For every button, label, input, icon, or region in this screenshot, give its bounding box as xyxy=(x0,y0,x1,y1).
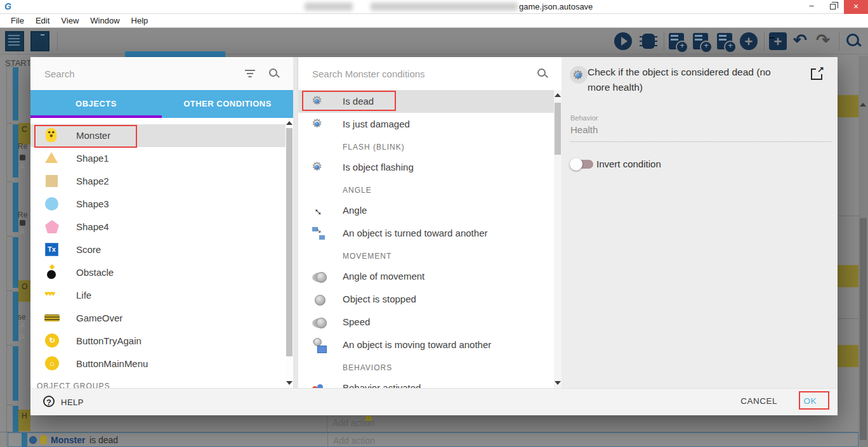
object-list-item[interactable]: Monster xyxy=(30,124,286,147)
add-subevent-icon[interactable] xyxy=(693,33,708,49)
object-label: GameOver xyxy=(76,313,122,323)
debug-icon[interactable] xyxy=(642,34,655,49)
tree-tick xyxy=(6,405,13,405)
object-list-item[interactable]: ButtonTryAgain xyxy=(30,330,286,353)
event-object-name: Monster xyxy=(51,435,85,445)
redo-icon[interactable]: ↷ xyxy=(816,30,830,50)
comment-block xyxy=(838,95,858,117)
behavior-field-value[interactable]: Health xyxy=(570,124,598,135)
condition-list-item[interactable]: Object is stopped xyxy=(298,288,554,311)
object-list-item[interactable]: GameOver xyxy=(30,307,286,330)
scrollbar-thumb[interactable] xyxy=(555,103,561,155)
menu-item[interactable]: File xyxy=(5,14,30,25)
condition-list-item[interactable]: Speed xyxy=(298,311,554,334)
add-event-icon[interactable] xyxy=(717,33,732,49)
restore-button[interactable] xyxy=(822,0,844,14)
menu-item[interactable]: View xyxy=(55,14,84,25)
toolbar-search-icon[interactable] xyxy=(845,33,862,49)
monster-icon xyxy=(46,128,56,142)
condition-label: Is object flashing xyxy=(343,162,414,172)
condition-label: ANGLE xyxy=(343,186,372,195)
condition-description: Check if the object is considered dead (… xyxy=(588,65,789,95)
tree-tick xyxy=(6,123,13,124)
tree-tick xyxy=(6,236,13,236)
condition-list-item[interactable]: An object is turned toward another xyxy=(298,222,554,245)
object-list-item[interactable]: Life xyxy=(30,284,286,307)
event-indent-bar xyxy=(13,183,18,232)
scroll-up-arrow[interactable] xyxy=(860,103,866,107)
condition-label: Speed xyxy=(343,316,370,327)
add-circle-icon[interactable] xyxy=(740,32,758,50)
object-label: Shape1 xyxy=(76,153,109,164)
object-list-item[interactable]: Obstacle xyxy=(30,261,286,284)
help-label: HELP xyxy=(61,398,84,407)
behavior-field-label: Behavior xyxy=(570,114,598,122)
condition-list-item[interactable]: Angle xyxy=(298,199,554,222)
menu-item[interactable]: Window xyxy=(84,14,125,25)
condition-list-item[interactable]: Is dead xyxy=(298,90,554,113)
menu-item[interactable]: Edit xyxy=(30,14,55,25)
condition-list-scrollbar[interactable] xyxy=(554,90,562,388)
filter-icon[interactable] xyxy=(245,70,255,77)
condition-list-item[interactable]: An object is moving toward another xyxy=(298,334,554,356)
condition-list-item[interactable]: Is object flashing xyxy=(298,156,554,179)
tab[interactable]: OTHER CONDITIONS xyxy=(162,90,293,118)
object-list-item[interactable]: Shape3 xyxy=(30,193,286,216)
tab[interactable]: OBJECTS xyxy=(30,90,162,118)
condition-detail-panel: Check if the object is considered dead (… xyxy=(562,57,838,388)
undo-icon[interactable]: ↶ xyxy=(793,30,807,50)
scene-editor-icon[interactable] xyxy=(30,31,49,51)
turned-toward-icon xyxy=(312,226,327,241)
condition-list-item[interactable]: BEHAVIORS xyxy=(298,356,554,377)
object-list-item[interactable]: Shape4 xyxy=(30,216,286,238)
object-label: Score xyxy=(76,244,101,255)
object-search-input[interactable] xyxy=(44,65,235,82)
play-icon[interactable] xyxy=(614,32,632,50)
object-list-item[interactable]: OBJECT GROUPS xyxy=(30,375,286,388)
open-help-external-icon[interactable] xyxy=(811,67,824,80)
life-icon xyxy=(44,289,60,304)
move-toward-icon xyxy=(311,338,326,353)
invert-condition-toggle[interactable] xyxy=(572,160,593,169)
search-icon[interactable] xyxy=(537,68,548,79)
condition-search-input[interactable] xyxy=(312,65,503,82)
object-list-item[interactable]: Shape2 xyxy=(30,170,286,193)
tree-tick xyxy=(6,66,13,67)
search-icon[interactable] xyxy=(269,68,279,79)
scrollbar-thumb[interactable] xyxy=(286,128,293,356)
event-indent-bar xyxy=(13,237,18,288)
event-fragment: C xyxy=(18,123,30,145)
object-list-item[interactable]: ButtonMainMenu xyxy=(30,353,286,375)
menu-bar: FileEditViewWindowHelp xyxy=(0,14,868,28)
close-button[interactable]: × xyxy=(844,0,868,14)
dimmed-background: ↶ ↷ START CReAReAOseAAH xyxy=(0,28,868,447)
object-list-scrollbar[interactable] xyxy=(286,118,293,388)
event-fragment: se xyxy=(18,313,26,321)
events-scrollbar-thumb[interactable] xyxy=(860,218,867,440)
events-sheet-icon[interactable] xyxy=(5,31,24,51)
behavior-gear-icon xyxy=(29,436,37,444)
condition-list-item[interactable]: Angle of movement xyxy=(298,265,554,288)
condition-list-item[interactable]: FLASH (BLINK) xyxy=(298,136,554,156)
minimize-button[interactable]: – xyxy=(801,0,822,14)
event-fragment: A xyxy=(20,228,25,236)
add-object-icon[interactable] xyxy=(669,33,684,49)
behavior-activated-icon xyxy=(311,381,326,388)
scroll-up-arrow[interactable] xyxy=(555,93,561,97)
object-list-item[interactable]: Shape1 xyxy=(30,147,286,170)
condition-list-item[interactable]: MOVEMENT xyxy=(298,245,554,265)
condition-list-item[interactable]: Is just damaged xyxy=(298,113,554,136)
remove-event-icon[interactable] xyxy=(769,32,787,50)
condition-list-item[interactable]: Behavior activated xyxy=(298,377,554,388)
scroll-down-arrow[interactable] xyxy=(555,381,561,385)
cancel-button[interactable]: CANCEL xyxy=(740,396,777,406)
scroll-down-arrow[interactable] xyxy=(286,381,293,385)
scroll-up-arrow[interactable] xyxy=(286,121,293,125)
gdevelop-logo: G xyxy=(4,1,11,11)
score-icon xyxy=(45,243,58,256)
condition-list-item[interactable]: ANGLE xyxy=(298,179,554,199)
shape3-icon xyxy=(45,197,58,211)
menu-item[interactable]: Help xyxy=(126,14,154,25)
event-fragment: Re xyxy=(18,211,27,219)
object-list-item[interactable]: Score xyxy=(30,238,286,261)
